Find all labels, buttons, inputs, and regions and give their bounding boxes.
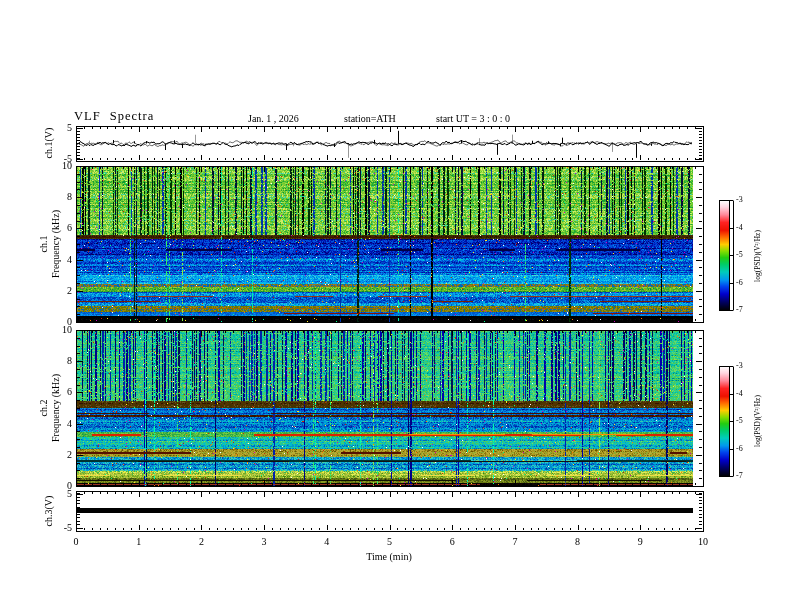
x-tick-label: 6 [450,537,455,547]
page-title: VLF Spectra [74,111,154,122]
colorbar1-tick-label: -3 [736,196,743,204]
ch1-axis-label-line2: Frequency (kHz) [50,210,62,278]
colorbar2-tick-label: -4 [736,390,743,398]
start-ut-label: start UT = 3 : 0 : 0 [436,113,510,124]
ch2-spec-ytick-label: 2 [40,450,72,460]
x-tick-label: 5 [387,537,392,547]
colorbar1-tick-label: -7 [736,306,743,314]
time-axis-label: Time (min) [366,551,411,562]
ch1-spec-ytick-label: 4 [40,255,72,265]
ch3-voltage-axis-label: ch.3(V) [43,496,54,527]
ch2-axis-label-line1: ch.2 [38,374,50,442]
colorbar1-tick-label: -5 [736,251,743,259]
ch2-axis-label-line2: Frequency (kHz) [50,374,62,442]
colorbar2-tick-label: -3 [736,362,743,370]
colorbar2-tick-label: -7 [736,472,743,480]
x-tick-label: 0 [74,537,79,547]
colorbar2-unit-label: log(PSD)(V²/Hz) [752,395,763,447]
x-tick-label: 3 [262,537,267,547]
colorbar1-unit-label: log(PSD)(V²/Hz) [752,230,763,282]
ch2-spec-ytick-label: 8 [40,356,72,366]
ch1-spec-ytick-label: 8 [40,192,72,202]
ch1-frequency-axis-label: ch.1 Frequency (kHz) [38,210,62,278]
x-tick-label: 4 [324,537,329,547]
ch2-spec-ytick-label: 4 [40,419,72,429]
ch1-spec-ytick-label: 10 [40,161,72,171]
ch1-wave-ytick-label: 5 [40,123,72,133]
station-label: station=ATH [344,113,396,124]
colorbar1-tick-label: -6 [736,279,743,287]
colorbar2-tick-label: -5 [736,417,743,425]
ch1-spec-ytick-label: 2 [40,286,72,296]
ch2-frequency-axis-label: ch.2 Frequency (kHz) [38,374,62,442]
ch3-ytick-label: -5 [40,523,72,533]
colorbar2-tick-label: -6 [736,445,743,453]
ch1-axis-label-line1: ch.1 [38,210,50,278]
spectra-plot-canvas [0,0,792,612]
ch3-ytick-label: 5 [40,489,72,499]
x-tick-label: 10 [698,537,708,547]
colorbar1-tick-label: -4 [736,224,743,232]
x-tick-label: 1 [136,537,141,547]
vlf-spectra-figure: VLF Spectra Jan. 1 , 2026 station=ATH st… [0,0,792,612]
x-tick-label: 9 [638,537,643,547]
x-tick-label: 7 [512,537,517,547]
x-tick-label: 2 [199,537,204,547]
ch2-spec-ytick-label: 10 [40,325,72,335]
x-tick-label: 8 [575,537,580,547]
date-label: Jan. 1 , 2026 [248,113,299,124]
ch2-spec-ytick-label: 6 [40,387,72,397]
ch1-spec-ytick-label: 6 [40,223,72,233]
